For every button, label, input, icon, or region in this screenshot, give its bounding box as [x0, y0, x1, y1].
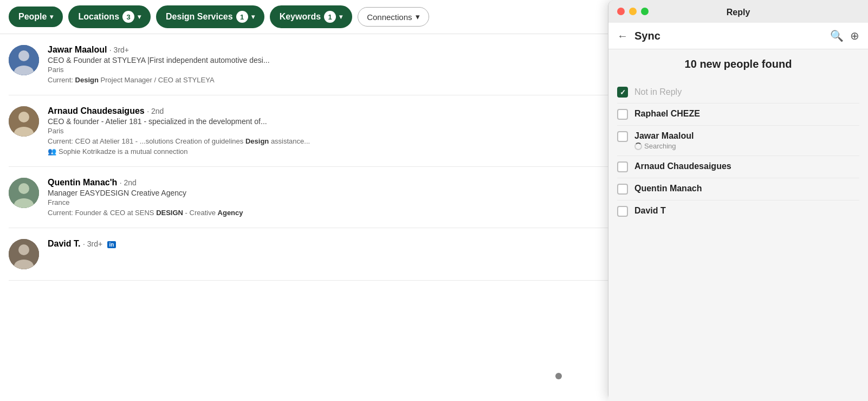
reply-person-arnaud: Arnaud Chaudesaigues: [617, 156, 859, 178]
linkedin-badge-david: in: [107, 241, 116, 248]
svg-point-10: [18, 244, 29, 255]
searching-status-jawar: Searching: [634, 142, 694, 150]
keywords-label: Keywords: [280, 12, 321, 22]
connections-chevron-icon: ▾: [416, 12, 420, 22]
reply-panel-title: Reply: [727, 8, 750, 17]
connections-filter-btn[interactable]: Connections ▾: [358, 7, 429, 27]
not-in-reply-label: Not in Reply: [634, 87, 682, 97]
reply-person-raphael: Raphael CHEZE: [617, 104, 859, 126]
reply-name-quentin: Quentin Manach: [634, 184, 702, 193]
checkbox-raphael[interactable]: [617, 109, 628, 120]
svg-point-4: [18, 112, 29, 122]
not-in-reply-checkbox[interactable]: [617, 87, 628, 98]
svg-point-1: [18, 50, 29, 61]
keywords-chevron-icon: ▾: [339, 13, 342, 21]
reply-name-jawar: Jawar Maaloul: [634, 131, 694, 141]
avatar-quentin: [9, 178, 39, 208]
reply-name-david: David T: [634, 206, 666, 216]
locations-filter-btn[interactable]: Locations 3 ▾: [68, 5, 151, 28]
window-controls: [617, 8, 649, 15]
checkbox-quentin-reply[interactable]: [617, 184, 628, 195]
checkbox-david-reply[interactable]: [617, 206, 628, 217]
sync-title: Sync: [634, 30, 824, 42]
searching-spinner: [634, 143, 642, 150]
people-filter-btn[interactable]: People ▾: [9, 7, 63, 27]
people-label: People: [18, 12, 47, 22]
checkbox-jawar-reply[interactable]: [617, 131, 628, 142]
reply-person-jawar: Jawar Maaloul Searching: [617, 126, 859, 156]
connection-level-quentin: · 2nd: [120, 178, 137, 187]
connection-level-jawar: · 3rd+: [109, 46, 129, 54]
avatar-arnaud: [9, 106, 39, 137]
locations-chevron-icon: ▾: [138, 13, 141, 21]
locations-badge: 3: [122, 11, 134, 23]
locations-label: Locations: [78, 12, 119, 22]
reply-name-raphael: Raphael CHEZE: [634, 109, 700, 119]
avatar-jawar: [9, 45, 39, 75]
add-icon[interactable]: ⊕: [850, 29, 859, 42]
minimize-window-btn[interactable]: [629, 8, 637, 15]
connection-level-arnaud: · 2nd: [147, 107, 164, 115]
design-badge: 1: [236, 11, 248, 23]
design-chevron-icon: ▾: [251, 13, 255, 21]
design-label: Design Services: [166, 12, 233, 22]
reply-panel: Reply ← Sync 🔍 ⊕ 10 new people found Not…: [608, 0, 868, 401]
svg-point-7: [18, 183, 29, 194]
reply-header: ← Sync 🔍 ⊕: [608, 23, 868, 49]
back-btn[interactable]: ←: [617, 30, 628, 42]
design-filter-btn[interactable]: Design Services 1 ▾: [156, 5, 264, 28]
reply-person-david: David T: [617, 200, 859, 222]
maximize-window-btn[interactable]: [641, 8, 649, 15]
checkbox-arnaud-reply[interactable]: [617, 161, 628, 172]
people-chevron-icon: ▾: [50, 13, 53, 21]
reply-name-arnaud: Arnaud Chaudesaigues: [634, 161, 731, 171]
connections-label: Connections: [367, 12, 412, 22]
mutual-icon: 👥: [48, 147, 56, 156]
reply-person-quentin: Quentin Manach: [617, 178, 859, 200]
keywords-filter-btn[interactable]: Keywords 1 ▾: [270, 5, 352, 28]
new-people-count: 10 new people found: [617, 58, 859, 70]
avatar-david: [9, 239, 39, 269]
search-icon[interactable]: 🔍: [830, 29, 844, 42]
keywords-badge: 1: [324, 11, 336, 23]
reply-titlebar: Reply: [608, 0, 868, 23]
close-window-btn[interactable]: [617, 8, 625, 15]
connection-level-david: · 3rd+: [83, 240, 102, 248]
not-in-reply-row: Not in Reply: [617, 81, 859, 104]
reply-body: 10 new people found Not in Reply Raphael…: [608, 49, 868, 401]
